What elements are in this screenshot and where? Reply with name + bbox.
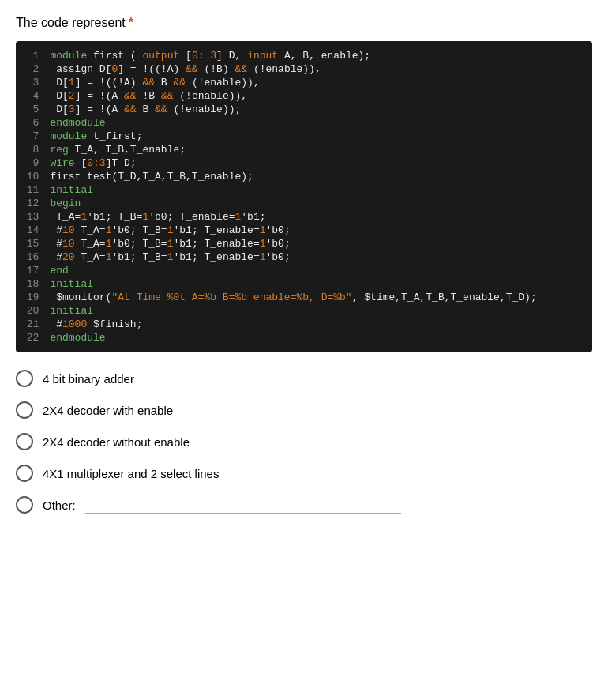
line-number: 4 bbox=[16, 89, 50, 103]
code-line: 4 D[2] = !(A && !B && (!enable)), bbox=[16, 89, 592, 103]
code-line: 3 D[1] = !((!A) && B && (!enable)), bbox=[16, 76, 592, 89]
line-number: 20 bbox=[16, 304, 50, 318]
code-line: 11initial bbox=[16, 183, 592, 197]
option-label-opt4: 4X1 multiplexer and 2 select lines bbox=[43, 467, 219, 480]
option-item-opt2: 2X4 decoder with enable bbox=[16, 401, 592, 419]
line-content: endmodule bbox=[50, 116, 592, 130]
line-number: 8 bbox=[16, 143, 50, 156]
line-content: end bbox=[50, 264, 592, 277]
code-line: 12begin bbox=[16, 197, 592, 210]
line-content: D[2] = !(A && !B && (!enable)), bbox=[50, 89, 592, 103]
line-number: 5 bbox=[16, 103, 50, 116]
line-number: 13 bbox=[16, 210, 50, 224]
line-content: D[3] = !(A && B && (!enable)); bbox=[50, 103, 592, 116]
line-number: 15 bbox=[16, 237, 50, 250]
line-content: begin bbox=[50, 197, 592, 210]
code-line: 7module t_first; bbox=[16, 130, 592, 143]
radio-opt3[interactable] bbox=[16, 433, 33, 450]
code-table: 1module first ( output [0: 3] D, input A… bbox=[16, 49, 592, 344]
line-content: #20 T_A=1'b1; T_B=1'b1; T_enable=1'b0; bbox=[50, 250, 592, 264]
required-star: * bbox=[129, 16, 133, 30]
code-line: 22endmodule bbox=[16, 331, 592, 344]
question-label: The code represent * bbox=[16, 16, 592, 30]
line-number: 17 bbox=[16, 264, 50, 277]
line-number: 14 bbox=[16, 224, 50, 237]
line-content: #1000 $finish; bbox=[50, 318, 592, 331]
code-line: 15 #10 T_A=1'b0; T_B=1'b1; T_enable=1'b0… bbox=[16, 237, 592, 250]
code-line: 18initial bbox=[16, 277, 592, 291]
option-item-opt1: 4 bit binary adder bbox=[16, 370, 592, 387]
line-content: reg T_A, T_B,T_enable; bbox=[50, 143, 592, 156]
line-content: T_A=1'b1; T_B=1'b0; T_enable=1'b1; bbox=[50, 210, 592, 224]
line-number: 7 bbox=[16, 130, 50, 143]
code-line: 1module first ( output [0: 3] D, input A… bbox=[16, 49, 592, 62]
line-number: 9 bbox=[16, 156, 50, 170]
code-line: 9wire [0:3]T_D; bbox=[16, 156, 592, 170]
options-list: 4 bit binary adder 2X4 decoder with enab… bbox=[16, 370, 592, 514]
line-number: 21 bbox=[16, 318, 50, 331]
line-content: initial bbox=[50, 304, 592, 318]
line-content: module first ( output [0: 3] D, input A,… bbox=[50, 49, 592, 62]
radio-opt2[interactable] bbox=[16, 401, 33, 419]
radio-opt5[interactable] bbox=[16, 496, 33, 514]
option-label-opt1: 4 bit binary adder bbox=[43, 372, 134, 386]
line-number: 18 bbox=[16, 277, 50, 291]
line-number: 19 bbox=[16, 291, 50, 304]
line-content: $monitor("At Time %0t A=%b B=%b enable=%… bbox=[50, 291, 592, 304]
other-text-input[interactable] bbox=[85, 496, 401, 514]
line-number: 3 bbox=[16, 76, 50, 89]
radio-opt1[interactable] bbox=[16, 370, 33, 387]
line-number: 2 bbox=[16, 62, 50, 76]
code-line: 5 D[3] = !(A && B && (!enable)); bbox=[16, 103, 592, 116]
option-label-opt5: Other: bbox=[43, 499, 76, 512]
line-number: 1 bbox=[16, 49, 50, 62]
option-label-opt3: 2X4 decoder without enable bbox=[43, 435, 190, 449]
code-line: 2 assign D[0] = !((!A) && (!B) && (!enab… bbox=[16, 62, 592, 76]
code-line: 14 #10 T_A=1'b0; T_B=1'b1; T_enable=1'b0… bbox=[16, 224, 592, 237]
code-line: 16 #20 T_A=1'b1; T_B=1'b1; T_enable=1'b0… bbox=[16, 250, 592, 264]
code-block: 1module first ( output [0: 3] D, input A… bbox=[16, 41, 592, 352]
line-number: 16 bbox=[16, 250, 50, 264]
option-label-opt2: 2X4 decoder with enable bbox=[43, 404, 173, 417]
code-line: 6endmodule bbox=[16, 116, 592, 130]
line-content: endmodule bbox=[50, 331, 592, 344]
line-content: initial bbox=[50, 277, 592, 291]
code-line: 21 #1000 $finish; bbox=[16, 318, 592, 331]
code-line: 8reg T_A, T_B,T_enable; bbox=[16, 143, 592, 156]
code-line: 10first test(T_D,T_A,T_B,T_enable); bbox=[16, 170, 592, 183]
code-line: 17end bbox=[16, 264, 592, 277]
line-number: 11 bbox=[16, 183, 50, 197]
line-content: assign D[0] = !((!A) && (!B) && (!enable… bbox=[50, 62, 592, 76]
line-number: 6 bbox=[16, 116, 50, 130]
code-line: 20initial bbox=[16, 304, 592, 318]
question-text: The code represent bbox=[16, 16, 126, 30]
option-item-opt4: 4X1 multiplexer and 2 select lines bbox=[16, 465, 592, 482]
line-number: 12 bbox=[16, 197, 50, 210]
line-content: D[1] = !((!A) && B && (!enable)), bbox=[50, 76, 592, 89]
line-content: first test(T_D,T_A,T_B,T_enable); bbox=[50, 170, 592, 183]
option-item-opt5: Other: bbox=[16, 496, 592, 514]
line-content: #10 T_A=1'b0; T_B=1'b1; T_enable=1'b0; bbox=[50, 237, 592, 250]
option-item-opt3: 2X4 decoder without enable bbox=[16, 433, 592, 450]
radio-opt4[interactable] bbox=[16, 465, 33, 482]
code-line: 19 $monitor("At Time %0t A=%b B=%b enabl… bbox=[16, 291, 592, 304]
line-content: wire [0:3]T_D; bbox=[50, 156, 592, 170]
line-content: module t_first; bbox=[50, 130, 592, 143]
line-number: 10 bbox=[16, 170, 50, 183]
line-content: initial bbox=[50, 183, 592, 197]
line-number: 22 bbox=[16, 331, 50, 344]
code-line: 13 T_A=1'b1; T_B=1'b0; T_enable=1'b1; bbox=[16, 210, 592, 224]
line-content: #10 T_A=1'b0; T_B=1'b1; T_enable=1'b0; bbox=[50, 224, 592, 237]
